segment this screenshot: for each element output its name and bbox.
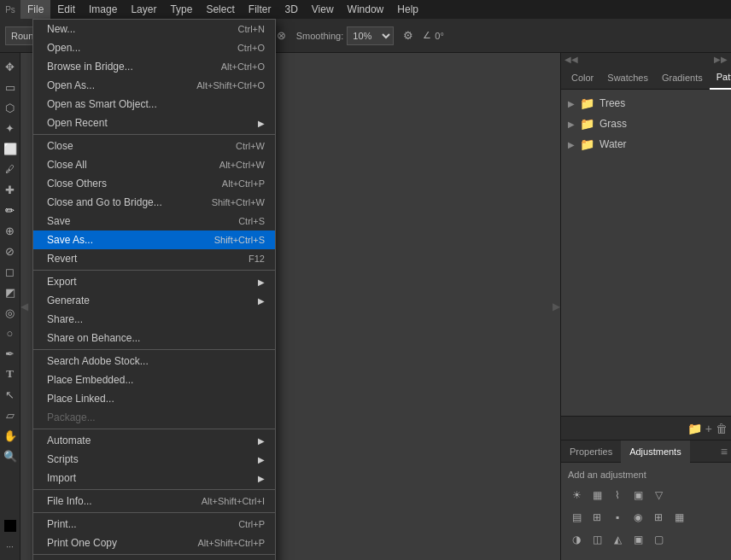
menu-file-info[interactable]: File Info... Alt+Shift+Ctrl+I [33,492,275,510]
foreground-bg-colors[interactable] [4,518,16,534]
hand-tool[interactable]: ✋ [1,426,20,445]
menu-scripts-label: Scripts [47,453,258,465]
menu-window[interactable]: Window [341,0,391,19]
path-select-tool[interactable]: ↖ [1,385,20,404]
menu-open[interactable]: Open... Ctrl+O [33,38,275,57]
crop-tool[interactable]: ⬜ [1,139,20,158]
menu-new[interactable]: New... Ctrl+N [33,20,275,38]
panel-collapse-left[interactable]: ◀◀ [564,55,578,64]
color-lookup-icon[interactable]: ▦ [670,509,687,526]
vibrance-icon[interactable]: ▽ [650,487,667,504]
more-tools[interactable]: ··· [1,537,20,556]
menu-browse-bridge[interactable]: Browse in Bridge... Alt+Ctrl+O [33,57,275,76]
move-tool[interactable]: ✥ [1,57,20,76]
marquee-tool[interactable]: ▭ [1,78,20,96]
menu-print[interactable]: Print... Ctrl+P [33,515,275,534]
menu-exit[interactable]: Exit Ctrl+Q [33,557,275,560]
menu-place-linked[interactable]: Place Linked... [33,389,275,408]
healing-tool[interactable]: ✚ [1,180,20,199]
menu-import[interactable]: Import ▶ [33,469,275,487]
menu-search-stock[interactable]: Search Adobe Stock... [33,352,275,370]
selective-color-icon[interactable]: ▢ [650,531,667,548]
menu-export[interactable]: Export ▶ [33,272,275,291]
clone-tool[interactable]: ⊕ [1,221,20,240]
menu-place-embedded[interactable]: Place Embedded... [33,370,275,389]
menu-open-as[interactable]: Open As... Alt+Shift+Ctrl+O [33,76,275,95]
menu-filter[interactable]: Filter [242,0,278,19]
menu-help[interactable]: Help [390,0,425,19]
exposure-icon[interactable]: ▣ [629,487,646,504]
threshold-icon[interactable]: ◭ [609,531,626,548]
menu-file[interactable]: File [20,0,50,19]
menu-image[interactable]: Image [82,0,124,19]
right-collapse-arrow[interactable]: ▶ [553,300,560,312]
pattern-trees[interactable]: ▶ 📁 Trees [561,93,731,114]
magic-wand-tool[interactable]: ✦ [1,119,20,137]
menu-open-smart[interactable]: Open as Smart Object... [33,95,275,114]
invert-icon[interactable]: ◑ [568,531,585,548]
menu-type[interactable]: Type [163,0,199,19]
pen-tool[interactable]: ✒ [1,344,20,363]
menu-close-label: Close [47,140,229,152]
dodge-tool[interactable]: ○ [1,324,20,342]
new-pattern-icon[interactable]: + [705,422,712,435]
blur-tool[interactable]: ◎ [1,303,20,322]
gradient-tool[interactable]: ◩ [1,283,20,301]
menu-share[interactable]: Share... [33,310,275,329]
smoothing-options-icon[interactable]: ⚙ [399,26,418,45]
menu-3d[interactable]: 3D [278,0,304,19]
menu-close[interactable]: Close Ctrl+W [33,137,275,155]
menu-scripts[interactable]: Scripts ▶ [33,450,275,469]
tab-gradients[interactable]: Gradients [655,66,710,90]
lasso-tool[interactable]: ⬡ [1,98,20,117]
hue-sat-icon[interactable]: ▤ [568,509,585,526]
menu-select[interactable]: Select [199,0,241,19]
menu-save[interactable]: Save Ctrl+S [33,212,275,230]
menu-layer[interactable]: Layer [124,0,163,19]
delete-pattern-icon[interactable]: 🗑 [716,422,728,435]
menu-save-as[interactable]: Save As... Shift+Ctrl+S [33,230,275,249]
menu-close-go-bridge[interactable]: Close and Go to Bridge... Shift+Ctrl+W [33,193,275,212]
menu-close-all[interactable]: Close All Alt+Ctrl+W [33,155,275,174]
photo-filter-icon[interactable]: ◉ [629,509,646,526]
menu-edit[interactable]: Edit [50,0,82,19]
menu-automate[interactable]: Automate ▶ [33,431,275,450]
shape-tool[interactable]: ▱ [1,405,20,424]
tab-color[interactable]: Color [564,66,600,90]
history-tool[interactable]: ⊘ [1,242,20,260]
gradient-map-icon[interactable]: ▣ [629,531,646,548]
posterize-icon[interactable]: ◫ [588,531,605,548]
tab-patterns[interactable]: Patterns [710,66,731,90]
menu-close-others[interactable]: Close Others Alt+Ctrl+P [33,174,275,193]
tab-adjustments[interactable]: Adjustments [621,440,690,463]
menu-print-one[interactable]: Print One Copy Alt+Shift+Ctrl+P [33,534,275,552]
brightness-contrast-icon[interactable]: ☀ [568,487,585,504]
bw-icon[interactable]: ▪ [609,509,626,526]
menu-view[interactable]: View [305,0,341,19]
channel-mixer-icon[interactable]: ⊞ [650,509,667,526]
angle-section: ∠ 0° [423,30,444,41]
pattern-water[interactable]: ▶ 📁 Water [561,134,731,155]
pattern-grass[interactable]: ▶ 📁 Grass [561,114,731,134]
new-folder-icon[interactable]: 📁 [687,422,702,435]
tab-swatches[interactable]: Swatches [600,66,655,90]
left-collapse-arrow[interactable]: ◀ [20,300,28,312]
curves-icon[interactable]: ⌇ [609,487,626,504]
menu-print-label: Print... [47,518,231,530]
menu-open-recent[interactable]: Open Recent ▶ [33,114,275,132]
zoom-tool[interactable]: 🔍 [1,446,20,465]
type-tool[interactable]: T [1,365,20,383]
panel-collapse-right[interactable]: ▶▶ [714,55,728,64]
tab-properties[interactable]: Properties [561,440,621,463]
adj-menu-icon[interactable]: ≡ [721,440,731,462]
eyedropper-tool[interactable]: 🖋 [1,160,20,178]
eraser-tool[interactable]: ◻ [1,262,20,281]
color-balance-icon[interactable]: ⊞ [588,509,605,526]
menu-share-behance[interactable]: Share on Behance... [33,329,275,347]
menu-generate[interactable]: Generate ▶ [33,291,275,310]
menu-revert[interactable]: Revert F12 [33,249,275,268]
smoothing-select[interactable]: 10% [347,26,394,45]
menu-close-shortcut: Ctrl+W [236,141,265,151]
brush-tool[interactable]: ✏ [1,201,20,219]
levels-icon[interactable]: ▦ [588,487,605,504]
